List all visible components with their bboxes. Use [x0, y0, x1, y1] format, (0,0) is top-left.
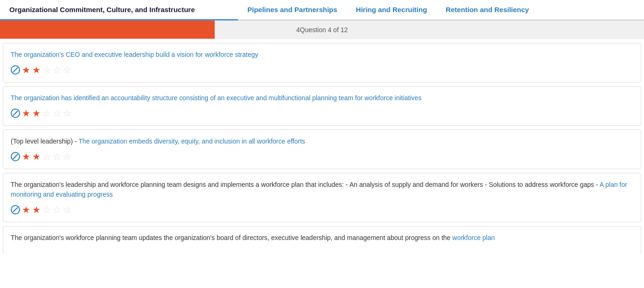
star-1-5[interactable]: ☆: [63, 64, 71, 75]
tab-bar: Organizational Commitment, Culture, and …: [0, 0, 644, 21]
question-text-3: (Top level leadership) - The organizatio…: [11, 137, 633, 146]
star-3-5[interactable]: ☆: [63, 151, 71, 162]
rating-row-2: ★ ★ ☆ ☆ ☆: [11, 108, 633, 119]
tab-pipelines[interactable]: Pipelines and Partnerships: [238, 0, 347, 21]
rating-row-3: ★ ★ ☆ ☆ ☆: [11, 151, 633, 162]
question-text-1: The organization's CEO and executive lea…: [11, 50, 633, 60]
question-card-3: (Top level leadership) - The organizatio…: [3, 130, 641, 169]
star-3-3[interactable]: ☆: [42, 151, 51, 162]
star-3-2[interactable]: ★: [32, 151, 41, 162]
rating-row-4: ★ ★ ☆ ☆ ☆: [11, 204, 633, 215]
star-1-1[interactable]: ★: [22, 64, 30, 75]
tab-org[interactable]: Organizational Commitment, Culture, and …: [0, 0, 238, 21]
question-card-4: The organization's leadership and workfo…: [3, 173, 641, 222]
star-4-2[interactable]: ★: [32, 204, 41, 215]
question-text-4: The organization's leadership and workfo…: [11, 180, 633, 199]
star-2-2[interactable]: ★: [32, 108, 41, 119]
star-1-2[interactable]: ★: [32, 64, 41, 75]
star-3-1[interactable]: ★: [22, 151, 30, 162]
no-icon-1[interactable]: [11, 65, 20, 75]
star-2-3[interactable]: ☆: [42, 108, 51, 119]
star-4-1[interactable]: ★: [22, 204, 30, 215]
progress-area: 4Question 4 of 12: [0, 21, 644, 39]
star-1-4[interactable]: ☆: [53, 64, 61, 75]
progress-label: 4Question 4 of 12: [0, 26, 644, 34]
question-card-1: The organization's CEO and executive lea…: [3, 43, 641, 82]
star-2-5[interactable]: ☆: [63, 108, 71, 119]
tab-retention[interactable]: Retention and Resiliency: [436, 0, 538, 21]
star-4-5[interactable]: ☆: [63, 204, 71, 215]
star-3-4[interactable]: ☆: [53, 151, 61, 162]
star-1-3[interactable]: ☆: [42, 64, 51, 75]
star-2-4[interactable]: ☆: [53, 108, 61, 119]
tab-hiring[interactable]: Hiring and Recruiting: [347, 0, 437, 21]
question-card-2: The organization has identified an accou…: [3, 86, 641, 126]
question-text-5: The organization's workforce planning te…: [11, 233, 633, 243]
no-icon-3[interactable]: [11, 152, 20, 161]
question-text-2: The organization has identified an accou…: [11, 93, 633, 103]
star-4-3[interactable]: ☆: [42, 204, 51, 215]
questions-container: The organization's CEO and executive lea…: [0, 43, 644, 254]
no-icon-2[interactable]: [11, 109, 20, 118]
star-4-4[interactable]: ☆: [53, 204, 61, 215]
question-card-5: The organization's workforce planning te…: [3, 226, 641, 254]
star-2-1[interactable]: ★: [22, 108, 30, 119]
rating-row-1: ★ ★ ☆ ☆ ☆: [11, 64, 633, 75]
no-icon-4[interactable]: [11, 205, 20, 214]
